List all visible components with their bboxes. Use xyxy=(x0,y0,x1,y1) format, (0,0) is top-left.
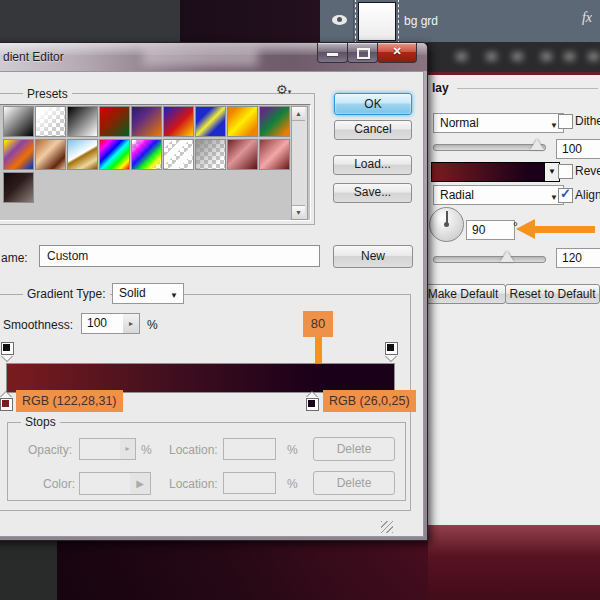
toolbar-icon xyxy=(564,52,575,61)
scale-slider[interactable] xyxy=(433,256,546,263)
chevron-down-icon[interactable]: ▼ xyxy=(544,163,559,181)
preset-mauve[interactable] xyxy=(227,139,258,170)
reverse-label: Reverse xyxy=(575,164,600,178)
chevron-down-icon: ▼ xyxy=(170,287,178,305)
preset-grid xyxy=(3,106,295,205)
stop-opacity-spinner[interactable]: ▸ xyxy=(120,438,136,460)
minimize-icon xyxy=(327,53,338,56)
blend-mode-value: Normal xyxy=(440,116,479,130)
stop-location-input[interactable] xyxy=(223,438,276,460)
dialog-title: dient Editor xyxy=(3,50,64,64)
color-stop-80[interactable] xyxy=(306,392,319,411)
smoothness-spinner[interactable]: ▸ xyxy=(123,313,140,334)
presets-menu-gear-icon[interactable]: ⚙▾ xyxy=(276,82,291,97)
angle-value-field[interactable]: 90 xyxy=(466,220,515,240)
preset-custom-dark[interactable] xyxy=(3,172,34,203)
dither-checkbox[interactable] xyxy=(558,114,573,129)
delete-opacity-stop-button[interactable]: Delete xyxy=(313,437,395,461)
stop-color-swatch[interactable] xyxy=(79,472,131,495)
scroll-down-button[interactable]: ▼ xyxy=(292,205,305,219)
gradient-type-select[interactable]: Solid ▼ xyxy=(112,283,184,304)
new-button[interactable]: New xyxy=(333,245,413,268)
scroll-up-button[interactable]: ▲ xyxy=(292,107,305,121)
preset-rose[interactable] xyxy=(259,139,290,170)
preset-fg-to-transparent[interactable] xyxy=(35,106,66,137)
stop-location-input[interactable] xyxy=(223,472,276,494)
preset-yellow-violet-orange-blue[interactable] xyxy=(3,139,34,170)
close-button[interactable]: ✕ xyxy=(377,43,417,63)
percent-sign: % xyxy=(287,477,298,491)
layers-panel-row[interactable]: bg grd fx xyxy=(320,0,600,43)
preset-copper[interactable] xyxy=(35,139,66,170)
preset-transparent-stripes[interactable] xyxy=(163,139,194,170)
opacity-stop-right[interactable] xyxy=(385,342,398,361)
gradient-style-select[interactable]: Radial ▼ xyxy=(433,185,564,205)
reverse-checkbox[interactable] xyxy=(558,164,573,179)
maximize-button[interactable] xyxy=(347,43,378,63)
opacity-stop-left[interactable] xyxy=(1,342,14,361)
preset-orange-yellow-orange[interactable] xyxy=(227,106,258,137)
preset-transparent-rainbow[interactable] xyxy=(131,139,162,170)
layer-thumbnail[interactable] xyxy=(358,2,396,41)
gradient-editor-dialog: dient Editor ✕ Presets ⚙▾ ▲ ▼ OK Cancel … xyxy=(0,42,428,541)
layer-visibility-eye-icon[interactable] xyxy=(332,15,347,25)
opacity-value-field[interactable]: 100 xyxy=(556,139,600,159)
layer-name[interactable]: bg grd xyxy=(404,14,438,28)
resize-grip[interactable] xyxy=(381,521,393,533)
location-80-callout: 80 xyxy=(303,311,333,337)
gradient-swatch-control[interactable]: ▼ xyxy=(431,162,560,182)
reset-to-default-button[interactable]: Reset to Default xyxy=(505,284,600,304)
preset-red-green[interactable] xyxy=(99,106,130,137)
preset-black-white[interactable] xyxy=(67,106,98,137)
gradient-bar[interactable] xyxy=(6,363,395,393)
ok-button[interactable]: OK xyxy=(334,93,412,115)
stop-opacity-input[interactable] xyxy=(79,438,121,460)
canvas-top-strip xyxy=(180,0,320,42)
toolbar-icon xyxy=(588,52,599,61)
blend-mode-select[interactable]: Normal ▼ xyxy=(433,113,564,133)
align-with-layer-label: Align with Layer xyxy=(575,188,600,202)
align-with-layer-checkbox[interactable] xyxy=(558,188,573,203)
gradient-swatch[interactable] xyxy=(432,163,544,181)
presets-scrollbar[interactable]: ▲ ▼ xyxy=(291,106,308,220)
preset-violet-green-orange[interactable] xyxy=(259,106,290,137)
preset-fg-to-bg[interactable] xyxy=(3,106,34,137)
preset-blue-yellow-blue[interactable] xyxy=(195,106,226,137)
stops-label: Stops xyxy=(21,415,60,429)
make-default-button[interactable]: Make Default xyxy=(420,284,506,304)
stop-location-label: Location: xyxy=(169,443,218,457)
color-stop-pointer xyxy=(306,392,318,398)
color-stop-left[interactable] xyxy=(0,392,13,411)
preset-blue-red-yellow[interactable] xyxy=(163,106,194,137)
scroll-down-icon: ▼ xyxy=(295,209,302,216)
smoothness-input[interactable]: 100 xyxy=(81,313,128,334)
canvas-below-panel xyxy=(428,525,600,600)
close-icon: ✕ xyxy=(378,45,416,58)
maximize-icon xyxy=(357,48,370,59)
minimize-button[interactable] xyxy=(317,43,348,63)
delete-color-stop-button[interactable]: Delete xyxy=(313,471,395,495)
scale-value-field[interactable]: 120 xyxy=(556,248,600,268)
layer-fx-icon[interactable]: fx xyxy=(582,10,592,26)
preset-chrome[interactable] xyxy=(67,139,98,170)
preset-neutral-density[interactable] xyxy=(195,139,226,170)
angle-dial[interactable] xyxy=(429,207,464,242)
gradient-type-value: Solid xyxy=(119,286,146,300)
rgb-annotation-left: RGB (122,28,31) xyxy=(16,390,123,412)
opacity-slider-thumb[interactable] xyxy=(530,139,544,150)
preset-violet-orange[interactable] xyxy=(131,106,162,137)
preset-spectrum[interactable] xyxy=(99,139,130,170)
opacity-stop-swatch xyxy=(385,342,398,355)
toolbar-icon xyxy=(512,52,523,61)
gradient-type-label: Gradient Type: xyxy=(23,287,110,301)
percent-sign: % xyxy=(147,318,158,332)
gradient-name-input[interactable]: Custom xyxy=(39,245,320,267)
stop-color-picker-arrow[interactable]: ▶ xyxy=(130,472,151,495)
percent-sign: % xyxy=(287,443,298,457)
scale-slider-thumb[interactable] xyxy=(500,251,514,262)
rgb-annotation-right: RGB (26,0,25) xyxy=(323,390,416,412)
options-bar xyxy=(428,42,600,75)
cancel-button[interactable]: Cancel xyxy=(334,120,412,140)
load-button[interactable]: Load... xyxy=(333,155,412,175)
save-button[interactable]: Save... xyxy=(333,183,412,203)
